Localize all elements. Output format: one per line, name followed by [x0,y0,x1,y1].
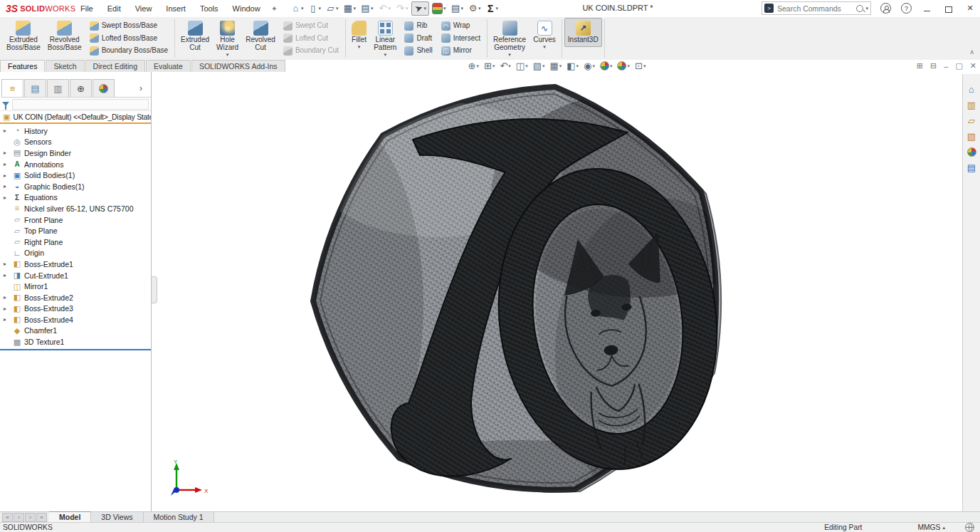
quick-tool[interactable]: ▾ [430,1,448,16]
quick-tool[interactable]: Σ ▾ [484,2,501,15]
tree-item[interactable]: ▸ ▤ Design Binder [0,147,151,159]
task-pane-tab[interactable]: ▧ [964,130,979,142]
ribbon-button[interactable]: Mirror ▾ [438,45,483,57]
ribbon-button[interactable]: Reference Geometry ▾ [490,18,529,60]
dropdown-arrow-icon[interactable]: ▾ [384,53,387,57]
command-tab[interactable]: SOLIDWORKS Add-Ins [191,60,285,72]
quick-tool[interactable]: ▦ ▾ [341,2,358,15]
tree-root-item[interactable]: ▣ UK COIN (Default) <<Default>_Display S… [0,111,151,124]
menu-item[interactable]: Edit [101,1,127,16]
ribbon-button[interactable]: Revolved Cut ▾ [242,18,279,55]
search-input[interactable] [776,4,854,14]
next-tab-icon[interactable]: › [25,513,36,522]
expander-icon[interactable]: ▸ [4,150,10,156]
tree-item[interactable]: ▸ A Annotations [0,159,151,170]
dropdown-arrow-icon[interactable]: ▾ [358,45,361,49]
dropdown-arrow-icon[interactable]: ▾ [508,53,511,57]
tree-item[interactable]: ▸ ▱ Top Plane [0,225,151,236]
pin-menu-icon[interactable]: ✦ [271,4,278,14]
doc-close-icon[interactable]: ✕ [970,61,976,71]
search-commands-box[interactable]: > ▾ [762,1,871,15]
expander-icon[interactable]: ▸ [4,306,10,312]
close-icon[interactable] [964,3,976,14]
task-pane-tab[interactable]: ▤ [964,161,979,174]
doc-minimize-icon[interactable]: – [944,62,948,71]
expander-icon[interactable]: ▸ [4,161,10,167]
menu-item[interactable]: View [129,1,159,16]
ribbon-button[interactable]: Extruded Cut ▾ [177,18,213,55]
command-tab[interactable]: Direct Editing [85,60,145,72]
command-tab[interactable]: Evaluate [146,60,191,72]
quick-tool[interactable]: ➤ ▾ [411,1,430,16]
tree-item[interactable]: ▸ ▣ Solid Bodies(1) [0,169,151,181]
dropdown-arrow-icon[interactable]: ▾ [478,6,481,11]
prev-tab-icon[interactable]: ‹ [14,513,24,522]
ribbon-button[interactable]: Instant3D ▾ [564,18,602,47]
menu-item[interactable]: File [74,1,100,16]
restore-icon[interactable] [943,3,954,14]
doc-restore-icon[interactable]: ▢ [955,61,962,71]
search-dropdown-icon[interactable]: ▾ [865,6,868,11]
document-tab[interactable]: Motion Study 1 [144,512,214,522]
pane-right-icon[interactable]: ⊟ [930,61,937,71]
expander-icon[interactable]: ▸ [4,294,10,301]
dropdown-arrow-icon[interactable]: ▾ [406,6,409,11]
expander-icon[interactable]: ▸ [4,194,10,201]
ribbon-button[interactable]: Revolved Boss/Base ▾ [44,18,85,55]
panel-tab[interactable]: ▤ [24,79,46,97]
minimize-icon[interactable] [922,3,933,14]
ribbon-button[interactable]: Lofted Boss/Base ▾ [87,32,171,44]
tree-item[interactable]: ▸ ≡ Nickel silver 65-12, UNS C75700 [0,203,151,214]
tree-item[interactable]: ▸ ◨ Cut-Extrude1 [0,270,151,281]
dropdown-arrow-icon[interactable]: ▾ [388,6,391,11]
quick-tool[interactable]: ▤ ▾ [449,2,466,15]
ribbon-button[interactable]: Boundary Boss/Base ▾ [87,45,171,57]
search-icon[interactable] [856,5,863,12]
ribbon-button[interactable]: Swept Boss/Base ▾ [87,20,171,32]
first-tab-icon[interactable]: « [2,513,13,522]
last-tab-icon[interactable]: » [36,513,47,522]
command-tab[interactable]: Sketch [46,60,84,72]
expander-icon[interactable]: ▸ [4,172,10,179]
dropdown-arrow-icon[interactable]: ▾ [301,6,304,11]
tree-item[interactable]: ▸ ◔ History [0,125,151,137]
ribbon-button[interactable]: Curves ▾ [529,18,559,52]
units-dropdown[interactable]: MMGS ▴ [917,523,945,531]
user-account-icon[interactable] [880,3,891,14]
ribbon-collapse-icon[interactable]: ∧ [969,48,974,56]
menu-item[interactable]: Window [226,1,267,16]
tree-item[interactable]: ▸ ◧ Boss-Extrude4 [0,314,151,325]
task-pane-tab[interactable]: ▥ [964,98,979,111]
ribbon-button[interactable]: Extruded Boss/Base ▾ [3,18,44,55]
tree-item[interactable]: ▸ ◎ Sensors [0,137,151,148]
panel-tab[interactable] [93,79,115,97]
panel-tab[interactable]: ≡ [1,79,23,97]
task-pane-tab[interactable]: ⌂ [964,83,979,95]
expander-icon[interactable]: ▸ [4,316,10,323]
dropdown-arrow-icon[interactable]: ▾ [496,6,499,11]
tree-item[interactable]: ▸ ◧ Boss-Extrude2 [0,292,151,303]
ribbon-button[interactable]: Rib ▾ [401,20,435,32]
panel-expand-icon[interactable]: › [139,83,142,93]
tree-filter-input[interactable] [12,99,149,110]
dropdown-arrow-icon[interactable]: ▾ [226,53,229,57]
rollback-bar[interactable] [0,349,151,350]
dropdown-arrow-icon[interactable]: ▾ [336,6,339,11]
menu-item[interactable]: Insert [159,1,192,16]
dropdown-arrow-icon[interactable]: ▾ [353,6,356,11]
panel-tab[interactable]: ⊕ [70,79,92,97]
help-icon[interactable] [901,3,912,14]
dropdown-arrow-icon[interactable]: ▾ [461,6,464,11]
ribbon-button[interactable]: Linear Pattern ▾ [370,18,400,60]
quick-tool[interactable]: ⌂ ▾ [289,2,306,15]
dropdown-arrow-icon[interactable]: ▾ [543,45,546,49]
panel-splitter-handle[interactable] [152,276,157,303]
quick-tool[interactable]: ⚙ ▾ [466,2,483,15]
filter-icon[interactable] [2,102,9,106]
ribbon-button[interactable]: Hole Wizard ▾ [213,18,242,60]
status-globe-icon[interactable] [965,523,974,532]
quick-tool[interactable]: ▯ ▾ [306,2,323,15]
tree-item[interactable]: ▸ ▱ Right Plane [0,236,151,248]
dropdown-arrow-icon[interactable]: ▾ [443,6,446,11]
expander-icon[interactable]: ▸ [4,127,10,134]
